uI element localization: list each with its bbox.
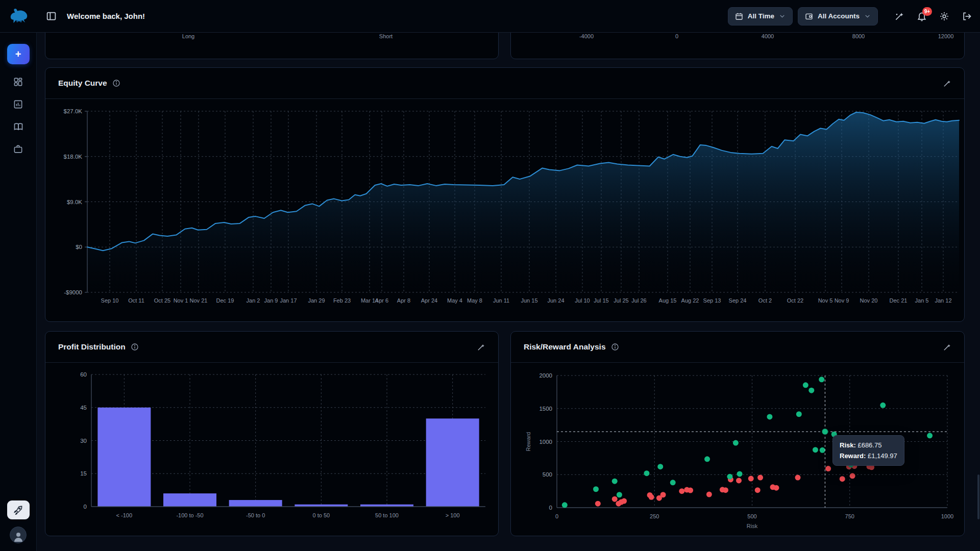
x-axis-date-label: Dec 21 — [890, 297, 908, 304]
add-trade-button[interactable]: + — [7, 44, 30, 64]
rocket-icon — [13, 505, 23, 515]
person-icon — [12, 531, 25, 543]
bull-logo-icon — [7, 7, 30, 26]
sidebar-item-analytics[interactable] — [13, 99, 23, 109]
y-axis-label: 1500 — [539, 406, 552, 412]
app-logo[interactable] — [0, 7, 37, 26]
card-title: Risk/Reward Analysis — [524, 342, 606, 352]
y-axis-label: 30 — [80, 438, 87, 444]
scatter-point-loss[interactable] — [840, 476, 845, 482]
y-axis-label: 0 — [84, 504, 87, 510]
x-axis-date-label: Jan 17 — [280, 297, 297, 304]
info-icon[interactable] — [131, 343, 139, 351]
x-axis-date-label: May 4 — [447, 297, 462, 304]
profit-bar[interactable] — [229, 500, 282, 507]
x-axis-date-label: Oct 11 — [128, 297, 144, 304]
x-axis-date-label: Aug 22 — [681, 297, 699, 304]
info-icon[interactable] — [112, 79, 120, 87]
profit-bar[interactable] — [426, 418, 479, 507]
scatter-point-win[interactable] — [927, 433, 933, 438]
scatter-point-loss[interactable] — [612, 496, 618, 502]
x-axis-category-label: -50 to 0 — [246, 512, 265, 518]
scatter-point-win[interactable] — [820, 447, 825, 453]
profit-bar[interactable] — [163, 493, 216, 507]
scatter-point-loss[interactable] — [723, 487, 728, 493]
scatter-point-win[interactable] — [733, 440, 739, 446]
y-axis-label: $18.0K — [64, 154, 83, 160]
scatter-point-loss[interactable] — [679, 488, 684, 494]
x-axis-date-label: Jan 12 — [935, 297, 951, 304]
x-axis-date-label: Sep 24 — [729, 297, 747, 304]
x-axis-label: 1000 — [941, 513, 953, 519]
scatter-point-win[interactable] — [737, 471, 743, 477]
y-axis-label: 500 — [543, 471, 552, 478]
scatter-point-loss[interactable] — [755, 487, 761, 493]
scatter-point-win[interactable] — [670, 480, 676, 485]
x-axis-date-label: Jul 25 — [614, 297, 628, 304]
scatter-point-win[interactable] — [612, 479, 618, 484]
sidebar-toggle-icon[interactable] — [46, 11, 57, 21]
scatter-point-win[interactable] — [880, 403, 886, 408]
scatter-point-win[interactable] — [796, 411, 802, 417]
profit-distribution-chart[interactable]: 015304560< -100-100 to -50-50 to 00 to 5… — [45, 363, 498, 536]
x-axis-title: Risk — [747, 523, 758, 529]
scatter-point-loss[interactable] — [649, 494, 654, 500]
scatter-point-win[interactable] — [813, 447, 818, 453]
scatter-point-win[interactable] — [657, 464, 663, 469]
scatter-point-loss[interactable] — [595, 501, 601, 507]
scatter-point-win[interactable] — [767, 414, 772, 419]
scatter-point-loss[interactable] — [736, 478, 742, 483]
scatter-point-win[interactable] — [617, 492, 622, 497]
x-axis-date-label: Jun 15 — [521, 297, 537, 304]
magic-wand-icon[interactable] — [943, 79, 951, 88]
profit-bar[interactable] — [97, 408, 151, 507]
scatter-point-win[interactable] — [808, 388, 814, 393]
scatter-point-win[interactable] — [819, 377, 824, 382]
info-icon[interactable] — [611, 343, 619, 351]
scatter-point-loss[interactable] — [757, 475, 763, 481]
logout-icon[interactable] — [962, 11, 972, 21]
scatter-point-win[interactable] — [727, 474, 732, 480]
scatter-point-loss[interactable] — [825, 466, 831, 471]
scatter-point-loss[interactable] — [773, 485, 779, 491]
equity-curve-chart[interactable]: Sep 10Oct 11Oct 25Nov 1Nov 21Dec 19Jan 2… — [45, 99, 964, 322]
scatter-point-loss[interactable] — [850, 473, 855, 479]
scatter-point-loss[interactable] — [621, 498, 627, 504]
sidebar-item-journal[interactable] — [13, 121, 23, 132]
upgrade-rocket-button[interactable] — [7, 500, 30, 519]
x-axis-label: 750 — [845, 513, 854, 519]
scatter-point-loss[interactable] — [795, 475, 801, 481]
account-filter-button[interactable]: All Accounts — [798, 7, 878, 26]
time-filter-button[interactable]: All Time — [728, 7, 793, 26]
magic-wand-icon[interactable] — [943, 343, 951, 352]
y-axis-label: 2000 — [539, 372, 552, 379]
scatter-point-loss[interactable] — [748, 476, 754, 482]
page-scrollbar-thumb[interactable] — [977, 474, 979, 519]
x-axis-date-label: Nov 20 — [860, 297, 878, 304]
scatter-point-win[interactable] — [704, 456, 710, 462]
magic-wand-icon[interactable] — [894, 11, 904, 21]
scatter-point-win[interactable] — [644, 470, 649, 476]
x-axis-date-label: Jan 9 — [264, 297, 278, 304]
scatter-point-loss[interactable] — [688, 488, 693, 493]
x-axis-date-label: Jul 10 — [575, 297, 590, 304]
chart-panel-icon — [13, 99, 23, 109]
x-axis-date-label: Sep 10 — [101, 297, 119, 304]
scatter-point-hovered[interactable] — [822, 429, 828, 435]
scatter-point-loss[interactable] — [706, 492, 712, 497]
wallet-icon — [805, 12, 813, 20]
x-axis-category-label: 0 to 50 — [313, 512, 330, 518]
scatter-point-win[interactable] — [593, 486, 599, 492]
scatter-point-win[interactable] — [803, 382, 808, 388]
magic-wand-icon[interactable] — [477, 343, 485, 352]
axis-tick-label: Short — [379, 33, 393, 39]
scatter-point-win[interactable] — [562, 502, 568, 508]
sidebar-item-dashboard[interactable] — [13, 77, 23, 87]
scatter-point-loss[interactable] — [660, 492, 666, 497]
notifications-bell-icon[interactable]: 9+ — [917, 11, 927, 21]
y-axis-label: -$9000 — [64, 289, 82, 295]
sidebar-item-portfolio[interactable] — [13, 144, 23, 154]
settings-gear-icon[interactable] — [939, 11, 949, 21]
x-axis-date-label: Oct 25 — [154, 297, 170, 304]
user-avatar[interactable] — [10, 527, 27, 543]
